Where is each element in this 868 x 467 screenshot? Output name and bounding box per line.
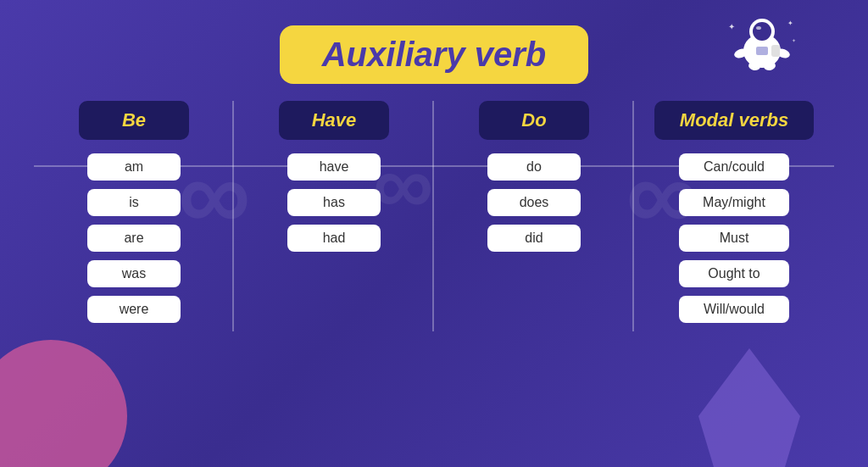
svg-rect-8 (771, 45, 780, 57)
word-pill-modal-4: Will/would (679, 296, 789, 323)
word-pill-have-1: has (287, 189, 381, 216)
page-title: Auxiliary verb (322, 36, 547, 73)
word-pill-do-2: did (487, 225, 581, 252)
col-header-have: Have (279, 101, 389, 140)
title-box: Auxiliary verb (280, 25, 589, 84)
col-header-text-do: Do (521, 109, 546, 131)
column-be: Beamisarewaswere (34, 101, 234, 331)
word-pill-modal-3: Ought to (679, 260, 789, 287)
svg-point-3 (756, 26, 761, 30)
col-header-modal: Modal verbs (654, 101, 814, 140)
astronaut-icon: ✦ ✦ ✦ (724, 13, 800, 76)
svg-text:✦: ✦ (792, 38, 796, 43)
column-do: Dododoesdid (434, 101, 634, 331)
col-header-text-modal: Modal verbs (680, 109, 788, 131)
col-header-do: Do (479, 101, 589, 140)
svg-text:✦: ✦ (728, 22, 735, 31)
word-pill-modal-1: May/might (679, 189, 789, 216)
word-pill-have-0: have (287, 153, 381, 181)
column-have: Havehavehashad (234, 101, 434, 331)
word-pill-be-0: am (87, 153, 181, 181)
word-pill-do-0: do (487, 153, 581, 181)
word-pill-modal-2: Must (679, 225, 789, 252)
svg-point-2 (753, 22, 771, 41)
svg-rect-9 (756, 47, 768, 55)
word-pill-be-2: are (87, 225, 181, 252)
main-content: BeamisarewaswereHavehavehashadDododoesdi… (0, 101, 868, 331)
word-pill-be-1: is (87, 189, 181, 216)
col-header-text-have: Have (312, 109, 357, 131)
word-pill-have-2: had (287, 225, 381, 252)
word-pill-modal-0: Can/could (679, 153, 789, 181)
word-pill-be-4: were (87, 296, 181, 323)
title-area: Auxiliary verb ✦ ✦ ✦ (0, 0, 868, 84)
word-pill-be-3: was (87, 260, 181, 287)
col-header-be: Be (79, 101, 189, 140)
col-header-text-be: Be (122, 109, 146, 131)
svg-text:✦: ✦ (787, 19, 793, 27)
column-modal: Modal verbsCan/couldMay/mightMustOught t… (634, 101, 834, 331)
word-pill-do-1: does (487, 189, 581, 216)
